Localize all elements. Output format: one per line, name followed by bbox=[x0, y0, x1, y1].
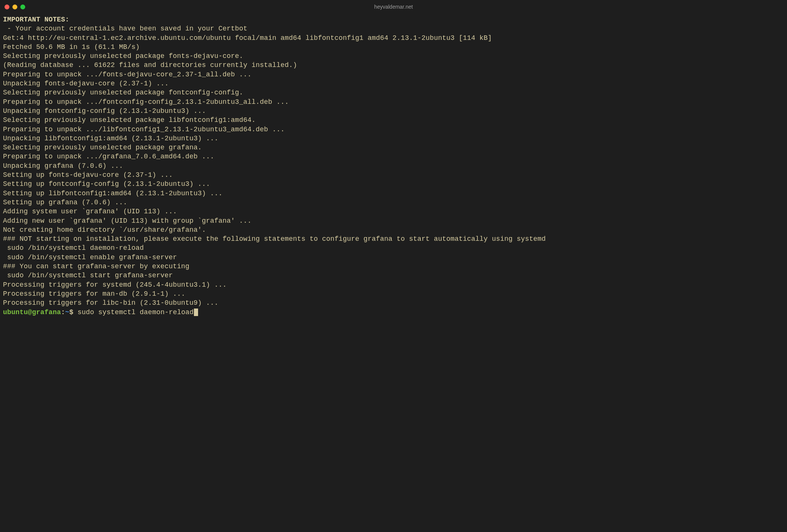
output-line: - Your account credentials have been sav… bbox=[3, 25, 247, 32]
output-line: ### NOT starting on installation, please… bbox=[3, 235, 546, 243]
close-icon[interactable] bbox=[5, 5, 9, 9]
output-line: Selecting previously unselected package … bbox=[3, 52, 243, 60]
output-line: Selecting previously unselected package … bbox=[3, 89, 243, 96]
output-line: Processing triggers for libc-bin (2.31-0… bbox=[3, 299, 218, 307]
output-line: sudo /bin/systemctl enable grafana-serve… bbox=[3, 254, 177, 261]
output-line: Adding system user `grafana' (UID 113) .… bbox=[3, 208, 177, 215]
output-line: Not creating home directory `/usr/share/… bbox=[3, 226, 206, 234]
command-input[interactable]: sudo systemctl daemon-reload bbox=[78, 309, 194, 316]
output-line: ### You can start grafana-server by exec… bbox=[3, 263, 189, 270]
minimize-icon[interactable] bbox=[12, 5, 17, 9]
output-line: Selecting previously unselected package … bbox=[3, 144, 202, 151]
window-title: heyvaldemar.net bbox=[0, 4, 787, 10]
terminal-window: heyvaldemar.net IMPORTANT NOTES: - Your … bbox=[0, 0, 787, 532]
output-line: (Reading database ... 61622 files and di… bbox=[3, 61, 297, 69]
output-line: Preparing to unpack .../grafana_7.0.6_am… bbox=[3, 153, 214, 160]
output-line: Unpacking fontconfig-config (2.13.1-2ubu… bbox=[3, 107, 206, 115]
output-line: Processing triggers for man-db (2.9.1-1)… bbox=[3, 290, 185, 298]
output-line: Unpacking fonts-dejavu-core (2.37-1) ... bbox=[3, 80, 169, 87]
titlebar: heyvaldemar.net bbox=[0, 0, 787, 14]
output-heading: IMPORTANT NOTES: bbox=[3, 16, 69, 23]
output-line: Adding new user `grafana' (UID 113) with… bbox=[3, 217, 252, 225]
output-line: sudo /bin/systemctl daemon-reload bbox=[3, 244, 144, 252]
traffic-lights bbox=[5, 5, 25, 9]
prompt-path: ~ bbox=[65, 309, 69, 316]
output-line: Setting up grafana (7.0.6) ... bbox=[3, 199, 127, 206]
output-line: Preparing to unpack .../fonts-dejavu-cor… bbox=[3, 71, 252, 78]
output-line: Setting up fonts-dejavu-core (2.37-1) ..… bbox=[3, 171, 173, 179]
output-line: Fetched 50.6 MB in 1s (61.1 MB/s) bbox=[3, 43, 140, 51]
output-line: Setting up fontconfig-config (2.13.1-2ub… bbox=[3, 180, 210, 188]
output-line: Preparing to unpack .../fontconfig-confi… bbox=[3, 98, 289, 106]
prompt-symbol: $ bbox=[69, 309, 73, 316]
output-line: Get:4 http://eu-central-1.ec2.archive.ub… bbox=[3, 34, 492, 42]
output-line: Processing triggers for systemd (245.4-4… bbox=[3, 281, 227, 289]
prompt-user-host: ubuntu@grafana bbox=[3, 309, 61, 316]
output-line: Unpacking libfontconfig1:amd64 (2.13.1-2… bbox=[3, 135, 218, 142]
output-line: Preparing to unpack .../libfontconfig1_2… bbox=[3, 126, 285, 133]
terminal-content[interactable]: IMPORTANT NOTES: - Your account credenti… bbox=[0, 14, 787, 320]
prompt-separator: : bbox=[61, 309, 65, 316]
output-line: sudo /bin/systemctl start grafana-server bbox=[3, 272, 173, 279]
cursor-icon bbox=[194, 309, 198, 316]
maximize-icon[interactable] bbox=[20, 5, 25, 9]
output-line: Setting up libfontconfig1:amd64 (2.13.1-… bbox=[3, 190, 223, 197]
output-line: Unpacking grafana (7.0.6) ... bbox=[3, 162, 123, 170]
output-line: Selecting previously unselected package … bbox=[3, 116, 256, 124]
